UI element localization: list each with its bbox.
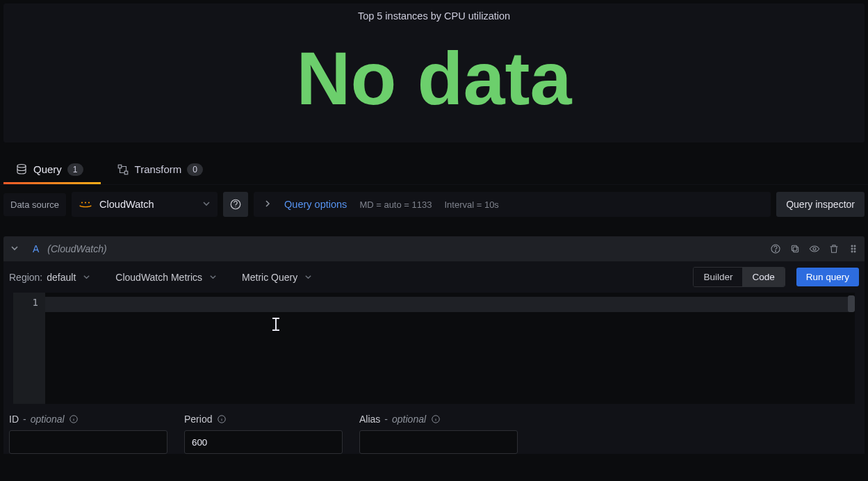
query-options-label: Query options (284, 199, 347, 210)
eye-icon[interactable] (809, 243, 820, 254)
tab-transform-count: 0 (187, 163, 203, 176)
tab-transform-label: Transform (135, 163, 182, 175)
editor-tabs: Query 1 Transform 0 (0, 146, 868, 185)
query-toolbar: Data source CloudWatch Query options MD … (0, 185, 868, 222)
info-icon[interactable] (69, 414, 79, 425)
code-active-line[interactable] (45, 297, 851, 312)
tab-query-label: Query (33, 163, 62, 175)
alias-field: Alias - optional (359, 414, 518, 454)
code-gutter: 1 (13, 293, 45, 404)
query-controls: Region: default CloudWatch Metrics Metri… (3, 261, 865, 293)
tab-query-count: 1 (67, 163, 83, 176)
no-data-text: No data (3, 35, 865, 122)
query-options-interval: Interval = 10s (444, 199, 498, 210)
help-icon[interactable] (770, 243, 781, 254)
duplicate-icon[interactable] (789, 243, 801, 254)
code-inner[interactable] (45, 293, 855, 404)
svg-point-12 (813, 247, 816, 250)
database-icon (15, 163, 28, 176)
svg-point-18 (854, 251, 855, 252)
builder-code-toggle: Builder Code (693, 267, 785, 287)
svg-point-17 (851, 251, 853, 252)
query-ref-id[interactable]: A (33, 243, 39, 254)
svg-point-13 (851, 245, 853, 247)
panel-visualization: Top 5 instances by CPU utilization No da… (3, 3, 865, 142)
id-field: ID - optional (9, 414, 167, 454)
svg-point-16 (854, 248, 855, 250)
region-selector[interactable]: Region: default (9, 272, 90, 283)
svg-point-5 (88, 202, 90, 203)
querytype-value: Metric Query (242, 272, 297, 283)
line-number: 1 (13, 297, 38, 308)
chevron-right-icon (263, 199, 272, 210)
svg-rect-2 (124, 171, 128, 174)
svg-point-15 (851, 248, 853, 250)
chevron-down-icon (83, 272, 90, 283)
mode-value: CloudWatch Metrics (115, 272, 202, 283)
chevron-down-icon (209, 272, 217, 283)
query-collapse-toggle[interactable] (9, 243, 20, 254)
svg-point-9 (775, 251, 776, 252)
svg-point-3 (81, 202, 83, 203)
svg-rect-1 (118, 165, 122, 168)
alias-label: Alias (359, 414, 380, 425)
id-input[interactable] (9, 430, 167, 454)
scrollbar-thumb[interactable] (848, 295, 855, 312)
builder-toggle[interactable]: Builder (694, 268, 742, 286)
aws-icon (79, 199, 92, 210)
svg-point-0 (17, 164, 26, 168)
info-icon[interactable] (430, 414, 441, 425)
run-query-button[interactable]: Run query (796, 268, 859, 286)
drag-handle-icon[interactable] (848, 243, 859, 254)
svg-rect-10 (793, 247, 798, 252)
datasource-picker[interactable]: CloudWatch (72, 192, 218, 217)
region-label: Region: (9, 272, 42, 283)
tab-transform[interactable]: Transform 0 (110, 155, 210, 184)
info-icon[interactable] (216, 414, 227, 425)
query-source-name: (CloudWatch) (47, 243, 106, 254)
code-editor[interactable]: 1 (3, 293, 865, 404)
period-label: Period (184, 414, 212, 425)
svg-point-14 (854, 245, 855, 247)
query-fields: ID - optional Period Alias - optional (3, 404, 865, 454)
region-value: default (47, 272, 76, 283)
alias-optional: optional (392, 414, 426, 425)
query-options-bar[interactable]: Query options MD = auto = 1133 Interval … (254, 192, 771, 217)
query-row-header: A (CloudWatch) (3, 236, 865, 261)
alias-input[interactable] (359, 430, 518, 454)
svg-point-7 (235, 206, 236, 207)
svg-point-4 (85, 202, 86, 203)
datasource-label: Data source (3, 193, 66, 216)
active-tab-indicator (3, 182, 101, 184)
querytype-selector[interactable]: Metric Query (242, 272, 312, 283)
id-optional: optional (31, 414, 65, 425)
id-label: ID (9, 414, 19, 425)
chevron-down-icon (202, 199, 211, 210)
datasource-name: CloudWatch (99, 199, 195, 210)
code-toggle[interactable]: Code (742, 268, 784, 286)
chevron-down-icon (304, 272, 312, 283)
period-field: Period (184, 414, 343, 454)
transform-icon (117, 163, 129, 176)
period-input[interactable] (184, 430, 343, 454)
panel-title: Top 5 instances by CPU utilization (3, 3, 865, 22)
trash-icon[interactable] (828, 243, 840, 254)
mode-selector[interactable]: CloudWatch Metrics (115, 272, 217, 283)
query-options-md: MD = auto = 1133 (359, 199, 432, 210)
svg-rect-11 (792, 245, 796, 250)
tab-query[interactable]: Query 1 (8, 155, 90, 184)
datasource-help-button[interactable] (223, 192, 248, 217)
query-inspector-button[interactable]: Query inspector (776, 192, 865, 217)
